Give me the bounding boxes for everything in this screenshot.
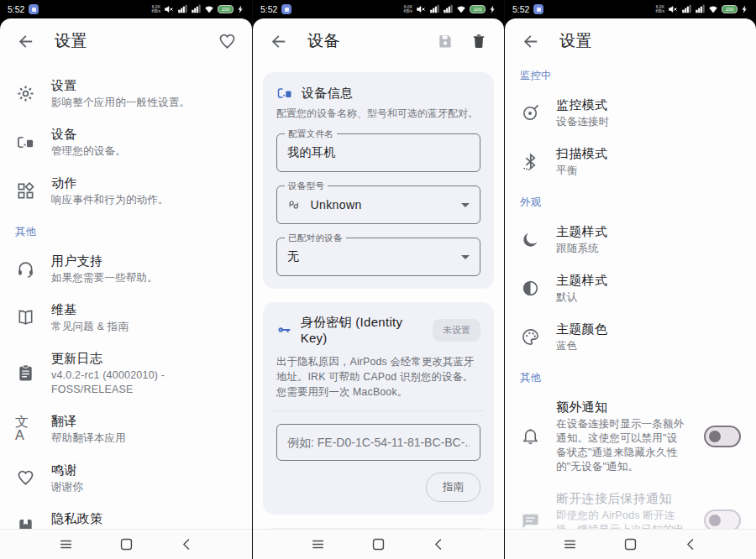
screen-settings-ui: 5:52 6.0KKB/s 100 设置 监控中 监控模式设备连接时 扫描模式平… bbox=[504, 0, 756, 559]
chevron-left-icon bbox=[179, 536, 195, 552]
list-item-theme-style[interactable]: 主题样式默认 bbox=[505, 264, 756, 312]
mute-icon bbox=[416, 4, 426, 14]
bluetooth-icon bbox=[521, 152, 540, 171]
section-header-appearance: 外观 bbox=[505, 185, 756, 215]
list-item-translate[interactable]: 文A 翻译帮助翻译本应用 bbox=[0, 405, 252, 453]
cell-signal2-icon bbox=[443, 4, 453, 14]
net-speed-indicator: 6.0KKB/s bbox=[655, 5, 664, 14]
nav-home-button[interactable] bbox=[115, 534, 137, 556]
gear-icon bbox=[16, 84, 35, 103]
save-button[interactable] bbox=[434, 30, 456, 52]
status-badge: 未设置 bbox=[433, 319, 480, 342]
palette-icon bbox=[521, 327, 540, 347]
book-icon bbox=[16, 308, 35, 327]
app-bar: 设置 bbox=[0, 18, 252, 64]
status-bar: 5:52 6.0KKB/s 100 bbox=[505, 0, 756, 18]
divider bbox=[273, 410, 484, 411]
charging-bolt-icon bbox=[237, 4, 244, 14]
chat-icon bbox=[521, 511, 540, 530]
list-item-acknowledgements[interactable]: 鸣谢谢谢你 bbox=[0, 453, 252, 502]
notification-app-icon bbox=[29, 4, 39, 14]
card-title: 身份密钥 (Identity Key) bbox=[301, 315, 424, 345]
nav-recents-button[interactable] bbox=[559, 534, 581, 556]
card-subtitle: 配置您的设备名称、型号和可选的蓝牙配对。 bbox=[276, 107, 480, 120]
status-time: 5:52 bbox=[260, 4, 277, 14]
cell-signal-icon bbox=[681, 4, 691, 14]
list-item-changelog[interactable]: 更新日志v4.0.2-rc1 (40002010) - FOSS/RELEASE bbox=[0, 342, 252, 405]
heart-icon bbox=[218, 32, 237, 51]
chevron-left-icon bbox=[431, 536, 447, 552]
charging-bolt-icon bbox=[489, 4, 496, 14]
list-item-scan-mode[interactable]: 扫描模式平衡 bbox=[505, 137, 756, 185]
section-header-monitoring: 监控中 bbox=[505, 64, 756, 88]
back-arrow-icon bbox=[269, 32, 288, 51]
card-title: 设备信息 bbox=[302, 86, 353, 102]
back-button[interactable] bbox=[519, 30, 541, 52]
list-item-wiki[interactable]: 维基常见问题 & 指南 bbox=[0, 293, 252, 342]
wifi-icon bbox=[708, 4, 718, 14]
list-item-extra-notification[interactable]: 额外通知在设备连接时显示一条额外通知。这使您可以禁用"设备状态"通道来隐藏永久性… bbox=[505, 390, 756, 482]
contrast-icon bbox=[521, 279, 540, 298]
notification-app-icon bbox=[281, 4, 291, 14]
charging-bolt-icon bbox=[741, 4, 748, 14]
list-item-general-settings[interactable]: 设置影响整个应用的一般性设置。 bbox=[0, 69, 252, 118]
notification-app-icon bbox=[533, 4, 543, 14]
identity-key-card: 身份密钥 (Identity Key) 未设置 出于隐私原因，AirPods 会… bbox=[263, 302, 494, 515]
screen-settings-main: 5:52 6.0KKB/s 100 设置 设置影响整个应用的一般性设置。 bbox=[0, 0, 252, 559]
delete-button[interactable] bbox=[468, 30, 490, 52]
menu-icon bbox=[310, 536, 326, 552]
battery-icon: 100 bbox=[218, 5, 234, 13]
list-item-privacy-policy[interactable]: 隐私政策负责任的处理数据。 bbox=[0, 502, 252, 529]
status-time: 5:52 bbox=[512, 4, 529, 14]
nav-home-button[interactable] bbox=[620, 534, 642, 556]
guide-button[interactable]: 指南 bbox=[426, 473, 480, 502]
app-bar: 设备 bbox=[253, 18, 504, 64]
nav-back-button[interactable] bbox=[176, 534, 197, 556]
sponsor-button[interactable] bbox=[216, 30, 238, 52]
back-button[interactable] bbox=[267, 30, 289, 52]
key-icon bbox=[276, 321, 292, 338]
list-item-theme-color[interactable]: 主题颜色蓝色 bbox=[505, 312, 756, 361]
extra-notification-toggle[interactable] bbox=[704, 426, 741, 447]
net-speed-indicator: 6.0KKB/s bbox=[403, 5, 412, 14]
nav-recents-button[interactable] bbox=[307, 534, 329, 556]
list-item-actions[interactable]: 动作响应事件和行为的动作。 bbox=[0, 166, 252, 215]
wifi-icon bbox=[204, 4, 214, 14]
mute-icon bbox=[164, 4, 174, 14]
home-square-icon bbox=[370, 536, 386, 552]
page-title: 设备 bbox=[307, 30, 340, 52]
changelog-icon bbox=[16, 363, 35, 383]
device-model-select[interactable]: 设备型号 Unknown bbox=[276, 185, 480, 224]
home-square-icon bbox=[622, 536, 638, 552]
paired-device-select[interactable]: 已配对的设备 无 bbox=[276, 238, 480, 276]
back-button[interactable] bbox=[14, 30, 36, 52]
screen-device-editor: 5:52 6.0KKB/s 100 设备 设备信息 bbox=[252, 0, 504, 559]
back-arrow-icon bbox=[521, 32, 540, 51]
list-item-theme-mode[interactable]: 主题样式跟随系统 bbox=[505, 215, 756, 264]
policy-icon bbox=[16, 517, 35, 530]
nav-home-button[interactable] bbox=[368, 534, 390, 556]
bell-icon bbox=[521, 426, 540, 446]
list-item-support[interactable]: 用户支持如果您需要一些帮助。 bbox=[0, 244, 252, 293]
page-title: 设置 bbox=[559, 30, 592, 52]
translate-icon: 文A bbox=[15, 415, 35, 442]
profile-name-input[interactable] bbox=[287, 146, 470, 159]
radar-icon bbox=[521, 103, 540, 123]
list-item-monitor-mode[interactable]: 监控模式设备连接时 bbox=[505, 88, 756, 137]
device-model-value: Unknown bbox=[310, 198, 451, 212]
nav-recents-button[interactable] bbox=[55, 534, 76, 556]
nav-back-button[interactable] bbox=[428, 534, 450, 556]
identity-key-input[interactable] bbox=[276, 424, 480, 461]
wifi-icon bbox=[456, 4, 466, 14]
moon-icon bbox=[521, 230, 540, 249]
device-info-card: 设备信息 配置您的设备名称、型号和可选的蓝牙配对。 配置文件名 设备型号 Unk… bbox=[263, 72, 494, 289]
battery-icon: 100 bbox=[470, 5, 486, 13]
nav-back-button[interactable] bbox=[680, 534, 702, 556]
mute-icon bbox=[668, 4, 678, 14]
cell-signal-icon bbox=[177, 4, 187, 14]
list-item-keep-notification: 断开连接后保持通知即使您的 AirPods 断开连接，继续显示上次已知的电池电量… bbox=[505, 482, 756, 529]
net-speed-indicator: 6.0KKB/s bbox=[151, 5, 160, 14]
profile-name-field[interactable]: 配置文件名 bbox=[276, 133, 480, 172]
status-bar: 5:52 6.0KKB/s 100 bbox=[0, 0, 252, 18]
list-item-devices[interactable]: 设备管理您的设备。 bbox=[0, 118, 252, 166]
